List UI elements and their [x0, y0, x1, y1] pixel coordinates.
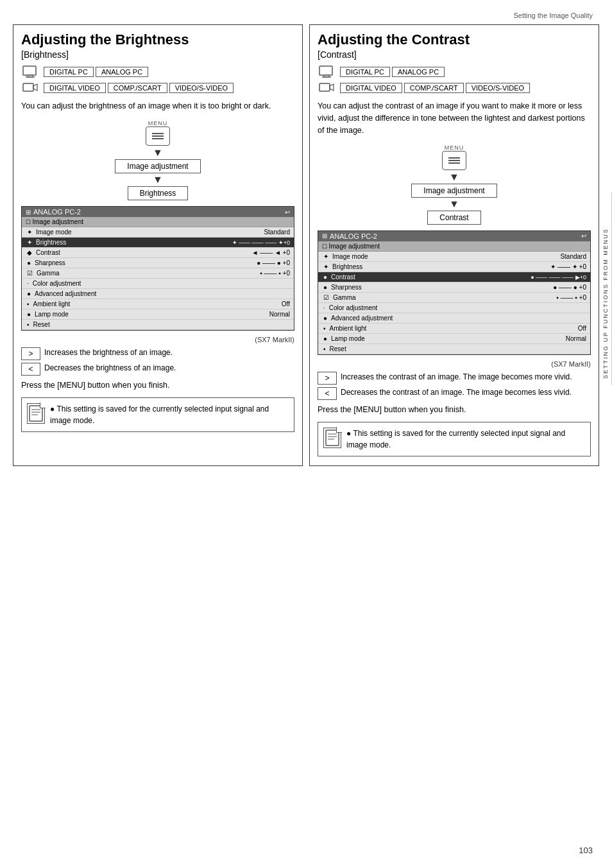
svg-rect-14 — [326, 430, 339, 446]
left-subtitle: [Brightness] — [21, 49, 294, 60]
right-close-btn: ↩ — [581, 232, 586, 239]
right-key-desc-1: Increases the contrast of an image. The … — [341, 372, 591, 383]
left-flow: MENU ▼ Image adjustment ▼ Brightness — [21, 120, 294, 201]
right-row-lamp: ●Lamp mode Normal — [318, 334, 590, 344]
left-arrow-2: ▼ — [153, 175, 163, 185]
right-menu-line-1 — [448, 157, 460, 159]
svg-rect-12 — [319, 83, 330, 91]
left-arrow-1: ▼ — [153, 148, 163, 158]
right-menu-line-3 — [448, 162, 460, 164]
right-menu-icon: MENU — [442, 144, 466, 170]
right-title: Adjusting the Contrast — [318, 31, 591, 48]
left-menu-circle — [146, 126, 170, 146]
right-row-advanced: ●Advanced adjustment — [318, 313, 590, 324]
right-row-color: ·Color adjustment — [318, 303, 590, 313]
svg-marker-13 — [330, 84, 334, 91]
left-menu-line-1 — [152, 133, 164, 134]
left-panel: Adjusting the Brightness [Brightness] DI… — [13, 24, 303, 466]
right-key-less: < — [318, 387, 337, 400]
right-note-box: ● This setting is saved for the currentl… — [318, 422, 591, 456]
right-row-gamma: ☑Gamma ▪ —— ▪ +0 — [318, 293, 590, 303]
right-row-sharpness: ●Sharpness ● —— ● +0 — [318, 282, 590, 293]
left-badges-row2: DIGITAL VIDEO COMP./SCART VIDEO/S-VIDEO — [21, 81, 294, 95]
right-badges-row2: DIGITAL VIDEO COMP./SCART VIDEO/S-VIDEO — [318, 81, 591, 95]
left-row-image-mode: ✦Image mode Standard — [22, 227, 294, 238]
left-press-text: Press the [MENU] button when you finish. — [21, 381, 294, 390]
left-screen-title-bar: ⊞ ANALOG PC-2 ↩ — [22, 207, 294, 217]
badge-comp-scart: COMP./SCART — [108, 83, 167, 93]
left-key-less: < — [21, 363, 40, 376]
left-screen-title: ANALOG PC-2 — [33, 208, 81, 216]
left-row-contrast: ◆Contrast ◄ —— ◄ +0 — [22, 248, 294, 258]
left-menu-icon: MENU — [146, 120, 170, 146]
left-row-advanced: ●Advanced adjustment — [22, 289, 294, 299]
left-key-greater: > — [21, 347, 40, 360]
left-input-types: DIGITAL PC ANALOG PC DIGITAL VIDEO COMP.… — [21, 65, 294, 95]
right-row-contrast: ●Contrast ● —— —— —— ▶+0 — [318, 272, 590, 282]
left-note-box: ● This setting is saved for the currentl… — [21, 397, 294, 432]
right-arrow-1: ▼ — [449, 172, 459, 182]
badge-digital-pc: DIGITAL PC — [44, 67, 94, 77]
right-caption: (SX7 MarkII) — [318, 360, 591, 368]
svg-rect-5 — [30, 406, 42, 421]
left-menu-screen: ⊞ ANALOG PC-2 ↩ ☐ Image adjustment ✦Imag… — [21, 206, 294, 331]
left-badges-row1: DIGITAL PC ANALOG PC — [21, 65, 294, 79]
page-number: 103 — [579, 846, 593, 855]
left-flow-step1: Image adjustment — [115, 159, 200, 173]
right-flow: MENU ▼ Image adjustment ▼ Contrast — [318, 144, 591, 225]
right-badge-digital-pc: DIGITAL PC — [340, 67, 390, 77]
svg-rect-9 — [319, 66, 332, 75]
left-menu-line-3 — [152, 138, 164, 139]
left-note-icon — [27, 403, 45, 424]
svg-marker-4 — [33, 84, 37, 91]
left-row-color: ·Color adjustment — [22, 279, 294, 289]
right-flow-step1: Image adjustment — [411, 184, 497, 198]
left-title: Adjusting the Brightness — [21, 31, 294, 48]
side-label: SETTING UP FUNCTIONS FROM MENUS — [600, 193, 612, 385]
right-flow-step2: Contrast — [427, 211, 480, 225]
left-row-ambient: ▪Ambient light Off — [22, 299, 294, 309]
right-pc-icon — [318, 65, 336, 79]
right-key-table: > Increases the contrast of an image. Th… — [318, 372, 591, 400]
right-badge-digital-video: DIGITAL VIDEO — [340, 83, 402, 93]
right-menu-circle — [442, 151, 466, 170]
right-menu-line-2 — [448, 160, 460, 161]
left-row-gamma: ☑Gamma ▪ —— ▪ +0 — [22, 268, 294, 279]
left-key-table: > Increases the brightness of an image. … — [21, 347, 294, 376]
badge-video-s-video: VIDEO/S-VIDEO — [169, 83, 234, 93]
right-input-types: DIGITAL PC ANALOG PC DIGITAL VIDEO COMP.… — [318, 65, 591, 95]
video-icon — [21, 81, 39, 95]
right-row-image-mode: ✦Image mode Standard — [318, 252, 590, 262]
left-menu-lines — [152, 133, 164, 139]
left-row-sharpness: ●Sharpness ● —— ● +0 — [22, 258, 294, 268]
right-key-greater: > — [318, 372, 337, 385]
right-screen-header: ☐ Image adjustment — [318, 241, 590, 252]
left-row-reset: ▪Reset — [22, 320, 294, 330]
right-press-text: Press the [MENU] button when you finish. — [318, 405, 591, 414]
header-text: Setting the Image Quality — [513, 12, 593, 19]
page-header: Setting the Image Quality — [0, 0, 612, 24]
right-description: You can adjust the contrast of an image … — [318, 100, 591, 136]
right-screen-title-bar: ⊞ ANALOG PC-2 ↩ — [318, 231, 590, 241]
svg-rect-0 — [23, 66, 36, 75]
right-panel: Adjusting the Contrast [Contrast] DIGITA… — [309, 24, 599, 466]
right-video-icon — [318, 81, 336, 95]
right-badge-video-s-video: VIDEO/S-VIDEO — [466, 83, 531, 93]
left-close-btn: ↩ — [285, 209, 290, 216]
left-menu-line-2 — [152, 135, 164, 137]
left-screen-header: ☐ Image adjustment — [22, 217, 294, 227]
left-row-brightness: ✦Brightness ✦ —— —— —— ✦+0 — [22, 238, 294, 248]
right-menu-label: MENU — [445, 144, 464, 151]
left-caption: (SX7 MarkII) — [21, 336, 294, 343]
right-screen-title: ANALOG PC-2 — [330, 232, 377, 240]
right-row-ambient: ▪Ambient light Off — [318, 324, 590, 334]
left-key-desc-1: Increases the brightness of an image. — [44, 347, 294, 358]
badge-analog-pc: ANALOG PC — [96, 67, 148, 77]
svg-rect-3 — [23, 83, 33, 91]
pc-icon — [21, 65, 39, 79]
left-key-desc-2: Decreases the brightness of an image. — [44, 363, 294, 374]
left-key-row-2: < Decreases the brightness of an image. — [21, 363, 294, 376]
right-menu-screen: ⊞ ANALOG PC-2 ↩ ☐ Image adjustment ✦Imag… — [318, 230, 591, 355]
right-key-row-1: > Increases the contrast of an image. Th… — [318, 372, 591, 385]
main-content: Adjusting the Brightness [Brightness] DI… — [0, 24, 612, 479]
